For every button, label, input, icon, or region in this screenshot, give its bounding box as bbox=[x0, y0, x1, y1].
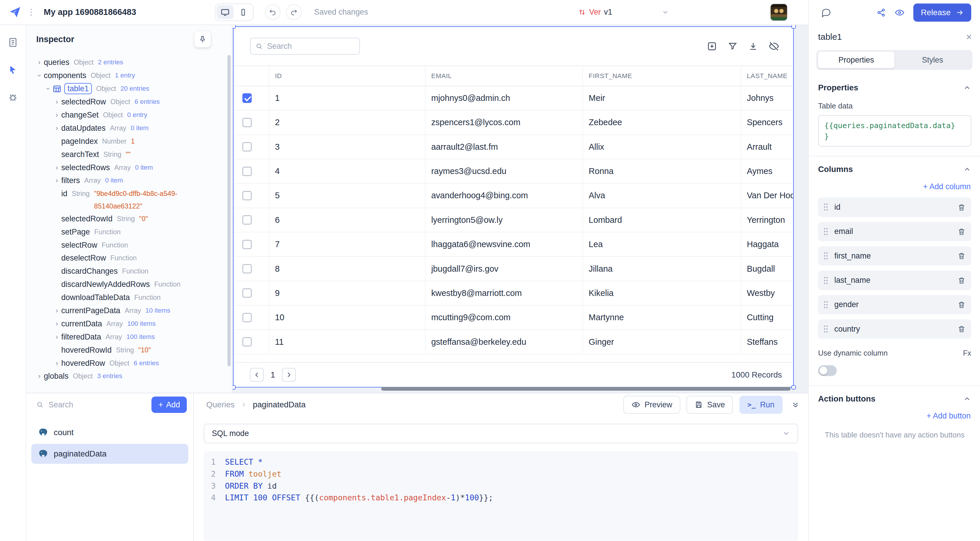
row-checkbox[interactable] bbox=[242, 93, 252, 103]
save-button[interactable]: Save bbox=[686, 396, 733, 414]
inspector-node-table1[interactable]: ›table1Object20 entries bbox=[26, 83, 232, 95]
row-checkbox[interactable] bbox=[242, 240, 252, 249]
mobile-view-button[interactable] bbox=[235, 5, 252, 19]
sql-code-editor[interactable]: 1SELECT *2FROM tooljet3ORDER BY id4LIMIT… bbox=[204, 451, 798, 541]
inspector-node-downloadTableData[interactable]: downloadTableDataFunction bbox=[26, 291, 232, 304]
inspector-node-selectedRow[interactable]: ›selectedRowObject6 entries bbox=[26, 95, 232, 109]
query-search-input[interactable] bbox=[49, 400, 147, 409]
sql-mode-select[interactable]: SQL mode bbox=[204, 424, 798, 443]
column-item-gender[interactable]: gender bbox=[818, 295, 971, 314]
delete-column-icon[interactable] bbox=[958, 203, 966, 212]
desktop-view-button[interactable] bbox=[216, 5, 234, 19]
run-button[interactable]: >_ Run bbox=[740, 396, 783, 414]
filter-icon[interactable] bbox=[727, 41, 738, 52]
inspector-node-components[interactable]: ›componentsObject1 entry bbox=[26, 69, 232, 83]
tooljet-logo[interactable] bbox=[8, 5, 22, 19]
column-item-last_name[interactable]: last_name bbox=[818, 270, 971, 290]
resize-handle[interactable] bbox=[232, 385, 235, 390]
table-search-input[interactable] bbox=[267, 42, 355, 51]
column-header-email[interactable]: EMAIL bbox=[426, 66, 583, 86]
inspector-node-id[interactable]: idString"9be4d9c0-dffb-4b8c-a549-85140ae… bbox=[26, 188, 232, 213]
query-item-count[interactable]: count bbox=[31, 423, 188, 442]
column-item-email[interactable]: email bbox=[818, 222, 971, 241]
inspector-node-selectedRowId[interactable]: selectedRowIdString"0" bbox=[26, 213, 232, 226]
prev-page-button[interactable] bbox=[250, 368, 264, 382]
inspector-node-hoveredRowId[interactable]: hoveredRowIdString"10" bbox=[26, 344, 232, 357]
inspector-node-setPage[interactable]: setPageFunction bbox=[26, 226, 232, 239]
fx-button[interactable]: Fx bbox=[963, 349, 971, 357]
drag-handle-icon[interactable] bbox=[823, 227, 829, 236]
inspector-node-deselectRow[interactable]: deselectRowFunction bbox=[26, 252, 232, 265]
app-menu-kebab-icon[interactable] bbox=[27, 8, 35, 17]
table-row[interactable]: 9kwestby8@marriott.comKikeliaWestby bbox=[234, 281, 793, 306]
table-row[interactable]: 2zspencers1@lycos.comZebedeeSpencers bbox=[234, 111, 793, 135]
row-checkbox[interactable] bbox=[242, 288, 252, 298]
query-item-paginatedData[interactable]: paginatedData bbox=[31, 444, 188, 464]
breadcrumb-root[interactable]: Queries bbox=[206, 400, 234, 409]
column-item-id[interactable]: id bbox=[818, 197, 971, 217]
row-checkbox[interactable] bbox=[242, 313, 252, 322]
column-header-first_name[interactable]: FIRST_NAME bbox=[583, 66, 741, 86]
row-checkbox[interactable] bbox=[242, 215, 252, 224]
inspector-cursor-icon[interactable] bbox=[7, 64, 19, 76]
version-selector[interactable]: Ver v1 bbox=[578, 8, 669, 17]
chevron-right-icon[interactable]: › bbox=[52, 95, 61, 108]
hide-columns-icon[interactable] bbox=[768, 41, 779, 52]
inspector-node-discardNewlyAddedRows[interactable]: discardNewlyAddedRowsFunction bbox=[26, 278, 232, 291]
chevron-right-icon[interactable]: › bbox=[52, 304, 61, 317]
preview-button[interactable]: Preview bbox=[623, 396, 680, 414]
tab-properties[interactable]: Properties bbox=[818, 52, 894, 68]
chevron-right-icon[interactable]: › bbox=[52, 174, 61, 187]
inspector-node-queries[interactable]: ›queriesObject2 entries bbox=[26, 56, 232, 69]
inspector-node-pageIndex[interactable]: pageIndexNumber1 bbox=[26, 135, 232, 148]
table-search-box[interactable] bbox=[250, 38, 360, 55]
collapse-panel-icon[interactable] bbox=[791, 400, 800, 409]
app-title[interactable]: My app 1690881866483 bbox=[44, 7, 136, 17]
tab-styles[interactable]: Styles bbox=[894, 52, 970, 68]
row-checkbox[interactable] bbox=[242, 167, 252, 176]
query-search-box[interactable] bbox=[36, 400, 146, 409]
delete-column-icon[interactable] bbox=[958, 228, 966, 236]
row-checkbox[interactable] bbox=[242, 337, 252, 347]
unpin-icon[interactable] bbox=[194, 31, 211, 48]
inspector-node-selectRow[interactable]: selectRowFunction bbox=[26, 239, 232, 252]
add-query-button[interactable]: + Add bbox=[151, 396, 187, 413]
chevron-down-icon[interactable]: › bbox=[42, 84, 54, 93]
drag-handle-icon[interactable] bbox=[823, 251, 829, 260]
inspector-node-searchText[interactable]: searchTextString"" bbox=[26, 148, 232, 161]
chevron-down-icon[interactable]: › bbox=[33, 72, 46, 80]
chevron-right-icon[interactable]: › bbox=[52, 331, 61, 343]
chevron-right-icon[interactable]: › bbox=[35, 56, 44, 69]
add-column-link[interactable]: + Add column bbox=[818, 182, 970, 191]
chevron-up-icon[interactable] bbox=[963, 165, 971, 173]
delete-column-icon[interactable] bbox=[958, 301, 966, 309]
delete-column-icon[interactable] bbox=[958, 252, 966, 260]
table-row[interactable]: 3aarrault2@last.fmAllixArrault bbox=[234, 135, 793, 159]
resize-handle[interactable] bbox=[791, 385, 796, 390]
drag-handle-icon[interactable] bbox=[823, 300, 829, 309]
table-data-input[interactable]: {{queries.paginatedData.data} } bbox=[818, 115, 971, 146]
table-row[interactable]: 1mjohnys0@admin.chMeirJohnys bbox=[234, 86, 793, 111]
chevron-right-icon[interactable]: › bbox=[52, 122, 61, 135]
dynamic-column-toggle[interactable] bbox=[818, 365, 837, 376]
inspector-node-currentData[interactable]: ›currentDataArray100 items bbox=[26, 318, 232, 331]
inspector-node-filters[interactable]: ›filtersArray0 item bbox=[26, 174, 232, 188]
table-row[interactable]: 6lyerrington5@ow.lyLombardYerrington bbox=[234, 208, 793, 232]
column-item-country[interactable]: country bbox=[818, 319, 971, 339]
column-item-first_name[interactable]: first_name bbox=[818, 246, 971, 266]
canvas-horizontal-scrollbar[interactable] bbox=[381, 387, 791, 391]
chevron-right-icon[interactable]: › bbox=[52, 109, 61, 121]
add-row-icon[interactable] bbox=[706, 41, 718, 52]
pages-icon[interactable] bbox=[7, 36, 19, 49]
column-header-id[interactable]: ID bbox=[269, 66, 425, 86]
redo-button[interactable] bbox=[286, 5, 301, 20]
drag-handle-icon[interactable] bbox=[823, 203, 829, 212]
app-canvas[interactable]: IDEMAILFIRST_NAMELAST_NAME 1mjohnys0@adm… bbox=[232, 25, 808, 393]
share-icon[interactable] bbox=[877, 8, 886, 17]
download-icon[interactable] bbox=[748, 41, 759, 52]
resize-handle[interactable] bbox=[791, 25, 796, 29]
inspector-node-globals[interactable]: ›globalsObject3 entries bbox=[26, 370, 232, 383]
app-preview-icon[interactable] bbox=[895, 8, 905, 18]
chevron-right-icon[interactable]: › bbox=[35, 370, 44, 382]
inspector-node-selectedRows[interactable]: ›selectedRowsArray0 item bbox=[26, 161, 232, 175]
